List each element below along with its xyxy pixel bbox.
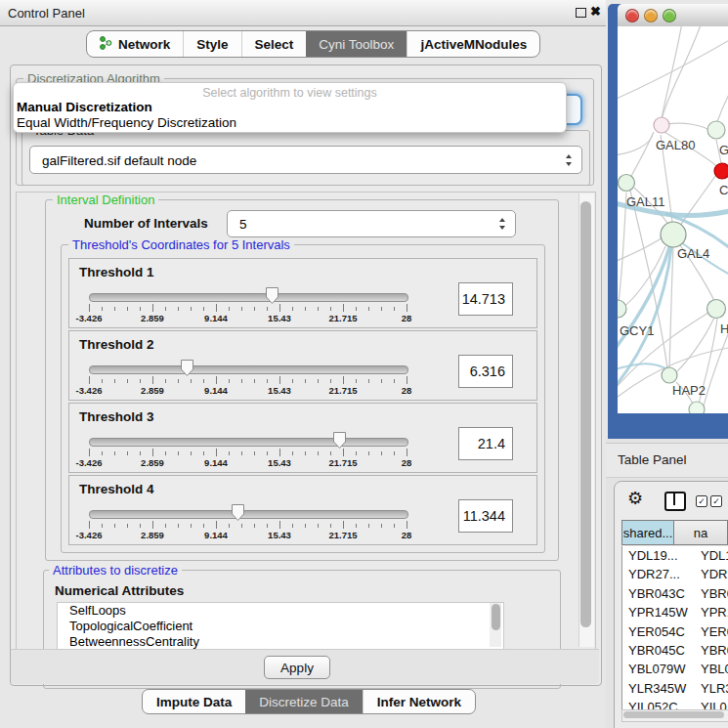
table-row[interactable]: YER054CYER0 xyxy=(622,622,728,641)
numerical-attributes-list[interactable]: SelfLoopsTopologicalCoefficientBetweenne… xyxy=(57,602,504,650)
slider-thumb[interactable] xyxy=(180,359,194,377)
network-edge[interactable] xyxy=(716,85,728,124)
network-node[interactable] xyxy=(707,121,725,139)
tick-label: -3.426 xyxy=(64,385,113,396)
tab-network[interactable]: Network xyxy=(87,31,183,57)
tick xyxy=(152,304,153,312)
table-row[interactable]: YBR043CYBR0 xyxy=(622,584,728,603)
table-row[interactable]: YLR345WYLR3 xyxy=(622,679,728,698)
tick xyxy=(343,376,344,384)
tick xyxy=(343,304,344,312)
slider-ticks xyxy=(89,304,407,313)
menu-item-manual-discretization[interactable]: Manual Discretization xyxy=(17,100,152,114)
tab-impute-data[interactable]: Impute Data xyxy=(143,690,245,713)
vertical-scrollbar-thumb[interactable] xyxy=(580,201,591,627)
network-edge[interactable] xyxy=(630,191,667,368)
threshold-4-slider[interactable] xyxy=(89,510,408,519)
checkbox-icon[interactable]: ✓ xyxy=(696,495,707,507)
menu-item-equal-width-frequency[interactable]: Equal Width/Frequency Discretization xyxy=(17,115,236,130)
tick xyxy=(407,521,407,529)
tick-label: 9.144 xyxy=(192,313,240,323)
network-edge[interactable] xyxy=(662,26,702,120)
algorithm-dropdown-popup: Select algorithm to view settings Manual… xyxy=(13,82,567,133)
table-row[interactable]: YBR045CYBR0 xyxy=(622,641,728,660)
column-header-shared-name[interactable]: shared... xyxy=(621,520,674,545)
minimize-traffic-light-icon[interactable] xyxy=(644,9,658,22)
list-item[interactable]: TopologicalCoefficient xyxy=(58,619,503,634)
slider-ticks xyxy=(89,521,407,530)
table-cell: YDR2 xyxy=(701,565,728,583)
table-header-row: shared... na xyxy=(621,520,728,545)
tab-style[interactable]: Style xyxy=(183,31,240,57)
tick xyxy=(178,307,179,311)
network-node[interactable] xyxy=(662,367,677,383)
tick xyxy=(356,379,357,383)
close-icon[interactable]: ✖ xyxy=(590,4,601,19)
table-data-selected-value: galFiltered.sif default node xyxy=(42,152,196,167)
network-edge[interactable] xyxy=(680,176,715,226)
tick-label: 28 xyxy=(382,385,431,396)
tab-discretize-data[interactable]: Discretize Data xyxy=(245,690,363,713)
network-edge[interactable] xyxy=(619,193,626,302)
network-node[interactable] xyxy=(619,175,635,192)
threshold-4-value-field[interactable]: 11.344 xyxy=(458,499,513,533)
float-window-icon[interactable] xyxy=(576,8,586,18)
checkbox-icon[interactable]: ✓ xyxy=(710,495,722,507)
tab-infer-network[interactable]: Infer Network xyxy=(363,690,475,713)
network-view-canvas[interactable]: GAL80GACGAL11GAL4GCY1HHAP2 xyxy=(618,26,728,413)
table-row[interactable]: YDR27...YDR2 xyxy=(622,565,728,583)
attributes-scrollbar-thumb[interactable] xyxy=(492,604,500,630)
zoom-traffic-light-icon[interactable] xyxy=(663,9,676,22)
threshold-1-slider[interactable] xyxy=(89,293,408,302)
tick xyxy=(114,379,115,383)
tick xyxy=(305,307,306,311)
threshold-3-value-field[interactable]: 21.4 xyxy=(458,427,513,460)
network-node[interactable] xyxy=(654,117,669,133)
network-window-titlebar[interactable] xyxy=(618,4,728,27)
tab-cyni-toolbox[interactable]: Cyni Toolbox xyxy=(306,31,407,57)
slider-thumb[interactable] xyxy=(265,286,279,305)
slider-ticks xyxy=(89,449,407,457)
threshold-1-value-field[interactable]: 14.713 xyxy=(458,282,513,316)
table-row[interactable]: YDL19...YDL1 xyxy=(622,546,728,565)
bottom-tabbar: Impute Data Discretize Data Infer Networ… xyxy=(142,689,476,714)
table-data-select[interactable]: galFiltered.sif default node xyxy=(29,146,582,174)
network-node[interactable] xyxy=(618,300,626,318)
tick xyxy=(191,524,192,528)
tab-select[interactable]: Select xyxy=(241,31,307,57)
node-label: GA xyxy=(719,143,728,157)
network-node[interactable] xyxy=(689,402,705,413)
threshold-3-slider[interactable] xyxy=(89,438,408,447)
number-of-intervals-value: 5 xyxy=(239,217,247,232)
slider-thumb[interactable] xyxy=(231,503,245,522)
slider-tick-labels: -3.4262.8599.14415.4321.71528 xyxy=(89,457,407,469)
tab-style-label: Style xyxy=(196,37,228,52)
table-row[interactable]: YPR145WYPR1 xyxy=(622,603,728,621)
table-cell: YDL19... xyxy=(628,546,678,565)
network-node[interactable] xyxy=(661,222,686,247)
table-row[interactable]: YBL079WYBL0 xyxy=(622,660,728,678)
node-label: GAL11 xyxy=(626,194,665,209)
tick xyxy=(203,451,204,455)
apply-button[interactable]: Apply xyxy=(264,656,330,679)
number-of-intervals-select[interactable]: 5 xyxy=(227,210,516,237)
threshold-2-value-field[interactable]: 6.316 xyxy=(458,355,513,388)
split-columns-icon[interactable] xyxy=(664,492,686,511)
network-node[interactable] xyxy=(707,300,726,319)
list-item[interactable]: SelfLoops xyxy=(58,603,503,619)
slider-thumb[interactable] xyxy=(332,431,347,450)
column-header-name[interactable]: na xyxy=(674,520,728,545)
tab-jactivemnodules[interactable]: jActiveMNodules xyxy=(407,31,539,57)
close-traffic-light-icon[interactable] xyxy=(625,9,639,22)
tick-label: 2.859 xyxy=(128,313,177,323)
network-edge[interactable] xyxy=(666,123,707,129)
network-edge[interactable] xyxy=(618,237,663,263)
tab-impute-data-label: Impute Data xyxy=(156,695,232,709)
list-item[interactable]: BetweennessCentrality xyxy=(58,634,503,650)
gear-icon[interactable]: ⚙ xyxy=(627,488,643,509)
network-node[interactable] xyxy=(714,163,728,179)
threshold-2-slider[interactable] xyxy=(89,365,408,374)
tick xyxy=(279,449,280,456)
table-row[interactable]: YIL052CYIL0 xyxy=(622,698,728,709)
horizontal-scrollbar-thumb[interactable] xyxy=(623,711,724,718)
